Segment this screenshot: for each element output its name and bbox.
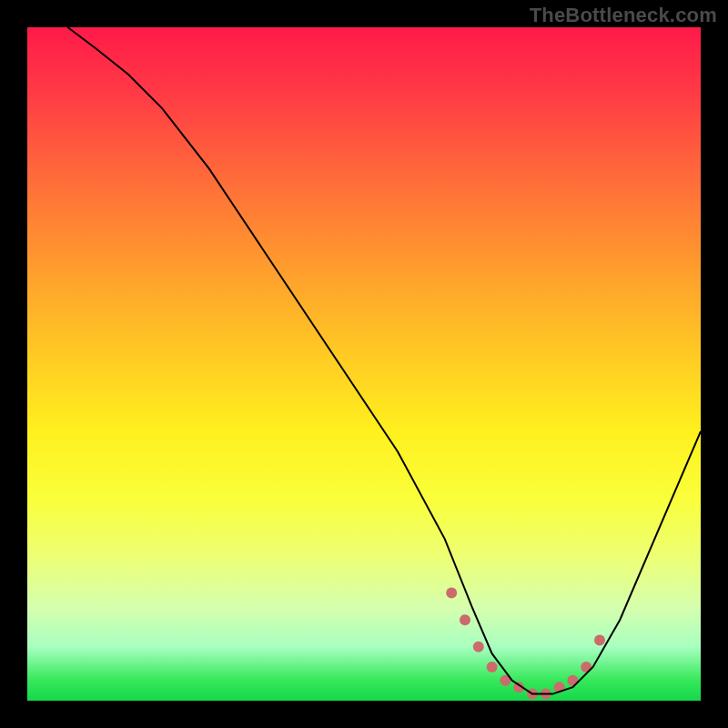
marker-dot — [487, 662, 498, 672]
bottleneck-curve — [67, 27, 701, 694]
watermark-text: TheBottleneck.com — [530, 4, 717, 27]
marker-dot — [594, 634, 605, 645]
marker-dot — [446, 588, 457, 599]
chart-frame: TheBottleneck.com — [0, 0, 728, 728]
marker-dot — [473, 642, 484, 652]
chart-plot-area — [27, 27, 701, 701]
chart-svg — [27, 27, 701, 701]
marker-dot — [460, 614, 470, 625]
